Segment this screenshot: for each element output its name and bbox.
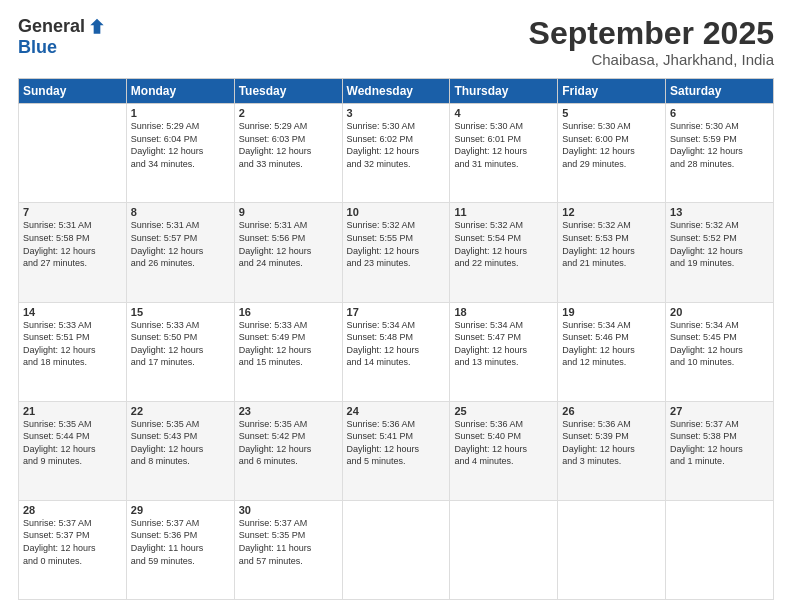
day-number: 24	[347, 405, 446, 417]
table-row: 8Sunrise: 5:31 AM Sunset: 5:57 PM Daylig…	[126, 203, 234, 302]
logo-general: General	[18, 16, 85, 37]
day-number: 10	[347, 206, 446, 218]
day-number: 19	[562, 306, 661, 318]
day-info: Sunrise: 5:30 AM Sunset: 5:59 PM Dayligh…	[670, 120, 769, 170]
day-info: Sunrise: 5:34 AM Sunset: 5:47 PM Dayligh…	[454, 319, 553, 369]
table-row: 13Sunrise: 5:32 AM Sunset: 5:52 PM Dayli…	[666, 203, 774, 302]
day-info: Sunrise: 5:31 AM Sunset: 5:58 PM Dayligh…	[23, 219, 122, 269]
table-row: 11Sunrise: 5:32 AM Sunset: 5:54 PM Dayli…	[450, 203, 558, 302]
table-row: 6Sunrise: 5:30 AM Sunset: 5:59 PM Daylig…	[666, 104, 774, 203]
day-number: 17	[347, 306, 446, 318]
day-info: Sunrise: 5:31 AM Sunset: 5:57 PM Dayligh…	[131, 219, 230, 269]
day-info: Sunrise: 5:34 AM Sunset: 5:48 PM Dayligh…	[347, 319, 446, 369]
calendar-header-row: Sunday Monday Tuesday Wednesday Thursday…	[19, 79, 774, 104]
day-number: 27	[670, 405, 769, 417]
day-number: 11	[454, 206, 553, 218]
header-wednesday: Wednesday	[342, 79, 450, 104]
day-number: 22	[131, 405, 230, 417]
day-info: Sunrise: 5:30 AM Sunset: 6:01 PM Dayligh…	[454, 120, 553, 170]
table-row: 9Sunrise: 5:31 AM Sunset: 5:56 PM Daylig…	[234, 203, 342, 302]
day-info: Sunrise: 5:30 AM Sunset: 6:00 PM Dayligh…	[562, 120, 661, 170]
day-info: Sunrise: 5:37 AM Sunset: 5:37 PM Dayligh…	[23, 517, 122, 567]
calendar-week-1: 1Sunrise: 5:29 AM Sunset: 6:04 PM Daylig…	[19, 104, 774, 203]
logo-blue: Blue	[18, 37, 57, 57]
table-row: 24Sunrise: 5:36 AM Sunset: 5:41 PM Dayli…	[342, 401, 450, 500]
calendar-week-3: 14Sunrise: 5:33 AM Sunset: 5:51 PM Dayli…	[19, 302, 774, 401]
day-info: Sunrise: 5:33 AM Sunset: 5:49 PM Dayligh…	[239, 319, 338, 369]
table-row	[450, 500, 558, 599]
table-row	[558, 500, 666, 599]
table-row: 28Sunrise: 5:37 AM Sunset: 5:37 PM Dayli…	[19, 500, 127, 599]
table-row: 17Sunrise: 5:34 AM Sunset: 5:48 PM Dayli…	[342, 302, 450, 401]
table-row: 27Sunrise: 5:37 AM Sunset: 5:38 PM Dayli…	[666, 401, 774, 500]
day-number: 20	[670, 306, 769, 318]
day-info: Sunrise: 5:35 AM Sunset: 5:44 PM Dayligh…	[23, 418, 122, 468]
day-info: Sunrise: 5:32 AM Sunset: 5:55 PM Dayligh…	[347, 219, 446, 269]
page: General Blue September 2025 Chaibasa, Jh…	[0, 0, 792, 612]
header-sunday: Sunday	[19, 79, 127, 104]
day-info: Sunrise: 5:37 AM Sunset: 5:36 PM Dayligh…	[131, 517, 230, 567]
logo-icon	[87, 17, 107, 37]
day-number: 7	[23, 206, 122, 218]
day-info: Sunrise: 5:32 AM Sunset: 5:53 PM Dayligh…	[562, 219, 661, 269]
day-info: Sunrise: 5:34 AM Sunset: 5:45 PM Dayligh…	[670, 319, 769, 369]
day-info: Sunrise: 5:32 AM Sunset: 5:54 PM Dayligh…	[454, 219, 553, 269]
table-row: 12Sunrise: 5:32 AM Sunset: 5:53 PM Dayli…	[558, 203, 666, 302]
table-row: 22Sunrise: 5:35 AM Sunset: 5:43 PM Dayli…	[126, 401, 234, 500]
calendar-week-4: 21Sunrise: 5:35 AM Sunset: 5:44 PM Dayli…	[19, 401, 774, 500]
day-number: 2	[239, 107, 338, 119]
table-row: 15Sunrise: 5:33 AM Sunset: 5:50 PM Dayli…	[126, 302, 234, 401]
table-row: 19Sunrise: 5:34 AM Sunset: 5:46 PM Dayli…	[558, 302, 666, 401]
day-info: Sunrise: 5:36 AM Sunset: 5:39 PM Dayligh…	[562, 418, 661, 468]
day-number: 13	[670, 206, 769, 218]
day-number: 29	[131, 504, 230, 516]
day-info: Sunrise: 5:35 AM Sunset: 5:42 PM Dayligh…	[239, 418, 338, 468]
day-number: 14	[23, 306, 122, 318]
table-row: 21Sunrise: 5:35 AM Sunset: 5:44 PM Dayli…	[19, 401, 127, 500]
day-number: 1	[131, 107, 230, 119]
table-row	[342, 500, 450, 599]
day-number: 4	[454, 107, 553, 119]
day-number: 15	[131, 306, 230, 318]
header-tuesday: Tuesday	[234, 79, 342, 104]
table-row: 2Sunrise: 5:29 AM Sunset: 6:03 PM Daylig…	[234, 104, 342, 203]
day-info: Sunrise: 5:32 AM Sunset: 5:52 PM Dayligh…	[670, 219, 769, 269]
table-row: 23Sunrise: 5:35 AM Sunset: 5:42 PM Dayli…	[234, 401, 342, 500]
calendar-table: Sunday Monday Tuesday Wednesday Thursday…	[18, 78, 774, 600]
header-thursday: Thursday	[450, 79, 558, 104]
day-info: Sunrise: 5:36 AM Sunset: 5:40 PM Dayligh…	[454, 418, 553, 468]
table-row: 18Sunrise: 5:34 AM Sunset: 5:47 PM Dayli…	[450, 302, 558, 401]
location-subtitle: Chaibasa, Jharkhand, India	[529, 51, 774, 68]
day-number: 5	[562, 107, 661, 119]
day-info: Sunrise: 5:30 AM Sunset: 6:02 PM Dayligh…	[347, 120, 446, 170]
table-row: 25Sunrise: 5:36 AM Sunset: 5:40 PM Dayli…	[450, 401, 558, 500]
table-row: 5Sunrise: 5:30 AM Sunset: 6:00 PM Daylig…	[558, 104, 666, 203]
table-row: 16Sunrise: 5:33 AM Sunset: 5:49 PM Dayli…	[234, 302, 342, 401]
day-number: 23	[239, 405, 338, 417]
header-saturday: Saturday	[666, 79, 774, 104]
day-number: 8	[131, 206, 230, 218]
table-row: 3Sunrise: 5:30 AM Sunset: 6:02 PM Daylig…	[342, 104, 450, 203]
title-block: September 2025 Chaibasa, Jharkhand, Indi…	[529, 16, 774, 68]
calendar-week-5: 28Sunrise: 5:37 AM Sunset: 5:37 PM Dayli…	[19, 500, 774, 599]
day-number: 26	[562, 405, 661, 417]
table-row	[19, 104, 127, 203]
day-number: 30	[239, 504, 338, 516]
table-row: 1Sunrise: 5:29 AM Sunset: 6:04 PM Daylig…	[126, 104, 234, 203]
logo: General Blue	[18, 16, 107, 58]
day-info: Sunrise: 5:36 AM Sunset: 5:41 PM Dayligh…	[347, 418, 446, 468]
table-row: 4Sunrise: 5:30 AM Sunset: 6:01 PM Daylig…	[450, 104, 558, 203]
day-number: 18	[454, 306, 553, 318]
day-info: Sunrise: 5:29 AM Sunset: 6:04 PM Dayligh…	[131, 120, 230, 170]
day-number: 9	[239, 206, 338, 218]
day-info: Sunrise: 5:37 AM Sunset: 5:38 PM Dayligh…	[670, 418, 769, 468]
header: General Blue September 2025 Chaibasa, Jh…	[18, 16, 774, 68]
day-number: 28	[23, 504, 122, 516]
table-row: 20Sunrise: 5:34 AM Sunset: 5:45 PM Dayli…	[666, 302, 774, 401]
day-number: 6	[670, 107, 769, 119]
table-row: 30Sunrise: 5:37 AM Sunset: 5:35 PM Dayli…	[234, 500, 342, 599]
month-title: September 2025	[529, 16, 774, 51]
day-number: 3	[347, 107, 446, 119]
day-info: Sunrise: 5:35 AM Sunset: 5:43 PM Dayligh…	[131, 418, 230, 468]
calendar-week-2: 7Sunrise: 5:31 AM Sunset: 5:58 PM Daylig…	[19, 203, 774, 302]
